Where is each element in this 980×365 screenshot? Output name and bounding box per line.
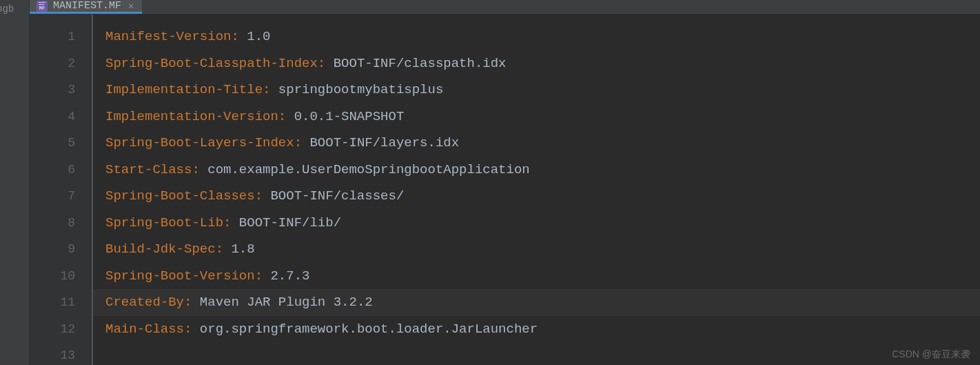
code-line[interactable]: Spring-Boot-Classpath-Index: BOOT-INF/cl… — [105, 50, 980, 77]
manifest-value: 0.0.1-SNAPSHOT — [294, 109, 405, 124]
line-number: 10 — [30, 263, 92, 290]
manifest-value: BOOT-INF/lib/ — [239, 215, 341, 230]
manifest-key: Implementation-Title — [105, 82, 263, 97]
manifest-value: 2.7.3 — [270, 268, 309, 284]
manifest-value: BOOT-INF/layers.idx — [309, 135, 459, 150]
colon-separator: : — [278, 109, 294, 124]
manifest-value: org.springframework.boot.loader.JarLaunc… — [200, 322, 538, 337]
line-number: 8 — [30, 210, 92, 237]
line-number: 3 — [30, 77, 92, 103]
line-number: 5 — [30, 130, 92, 157]
manifest-key: Spring-Boot-Classpath-Index — [105, 56, 318, 71]
manifest-value: Maven JAR Plugin 3.2.2 — [200, 295, 373, 310]
code-line[interactable]: Start-Class: com.example.UserDemoSpringb… — [105, 157, 980, 184]
colon-separator: : — [263, 82, 278, 97]
code-line[interactable]: Manifest-Version: 1.0 — [105, 23, 980, 50]
colon-separator: : — [255, 268, 271, 284]
colon-separator: : — [184, 322, 200, 337]
colon-separator: : — [318, 56, 334, 71]
manifest-value: BOOT-INF/classpath.idx — [334, 56, 507, 71]
manifest-key: Created-By — [105, 295, 184, 310]
code-line[interactable]: Implementation-Version: 0.0.1-SNAPSHOT — [105, 103, 980, 130]
manifest-key: Main-Class — [105, 322, 184, 337]
watermark-text: CSDN @奋豆来袭 — [892, 348, 970, 361]
manifest-key: Spring-Boot-Classes — [105, 188, 255, 204]
line-number: 6 — [30, 157, 92, 184]
line-number: 7 — [30, 183, 92, 210]
manifest-value: 1.8 — [231, 241, 254, 257]
code-line[interactable]: Spring-Boot-Layers-Index: BOOT-INF/layer… — [105, 130, 980, 157]
code-line[interactable]: Spring-Boot-Classes: BOOT-INF/classes/ — [105, 183, 980, 210]
colon-separator: : — [231, 29, 247, 44]
manifest-value: com.example.UserDemoSpringbootApplicatio… — [207, 162, 529, 177]
left-sidebar: ngb — [0, 0, 30, 365]
tab-bar: MF MANIFEST.MF ✕ — [30, 0, 980, 14]
colon-separator: : — [294, 135, 310, 150]
editor-main: MF MANIFEST.MF ✕ 12345678910111213 Manif… — [30, 0, 980, 365]
manifest-value: 1.0 — [247, 29, 270, 44]
manifest-key: Spring-Boot-Lib — [105, 215, 223, 230]
manifest-key: Start-Class — [105, 162, 192, 177]
code-line[interactable]: Spring-Boot-Lib: BOOT-INF/lib/ — [105, 210, 980, 237]
sidebar-truncated-label: ngb — [0, 3, 14, 14]
tab-close-icon[interactable]: ✕ — [127, 0, 135, 12]
code-area[interactable]: Manifest-Version: 1.0Spring-Boot-Classpa… — [93, 14, 980, 365]
colon-separator: : — [223, 215, 239, 230]
code-line[interactable]: Created-By: Maven JAR Plugin 3.2.2 — [93, 289, 980, 316]
code-line[interactable]: Main-Class: org.springframework.boot.loa… — [105, 316, 980, 343]
line-number-gutter: 12345678910111213 — [30, 14, 92, 365]
colon-separator: : — [255, 188, 271, 204]
editor-viewport[interactable]: 12345678910111213 Manifest-Version: 1.0S… — [30, 14, 980, 365]
manifest-key: Spring-Boot-Version — [105, 268, 255, 284]
code-line[interactable]: Implementation-Title: springbootmybatisp… — [105, 77, 980, 103]
manifest-file-icon: MF — [37, 1, 48, 12]
manifest-value: BOOT-INF/classes/ — [270, 188, 404, 204]
manifest-key: Spring-Boot-Layers-Index — [105, 135, 294, 150]
line-number: 9 — [30, 236, 92, 263]
colon-separator: : — [192, 162, 207, 177]
code-line[interactable]: Spring-Boot-Version: 2.7.3 — [105, 263, 980, 290]
colon-separator: : — [184, 295, 200, 310]
colon-separator: : — [216, 241, 232, 257]
line-number: 2 — [30, 50, 92, 77]
line-number: 4 — [30, 103, 92, 130]
manifest-key: Manifest-Version — [105, 29, 231, 44]
line-number: 1 — [30, 23, 92, 50]
code-line[interactable]: Build-Jdk-Spec: 1.8 — [105, 236, 980, 263]
app-container: ngb MF MANIFEST.MF ✕ 12345678910111213 M… — [0, 0, 980, 365]
line-number: 12 — [30, 316, 92, 343]
manifest-value: springbootmybatisplus — [278, 82, 443, 97]
manifest-key: Build-Jdk-Spec — [105, 241, 216, 257]
manifest-key: Implementation-Version — [105, 109, 278, 124]
file-tab-manifest[interactable]: MF MANIFEST.MF ✕ — [30, 0, 142, 14]
tab-filename-label: MANIFEST.MF — [53, 0, 121, 12]
line-number: 11 — [30, 289, 92, 316]
line-number: 13 — [30, 342, 92, 365]
